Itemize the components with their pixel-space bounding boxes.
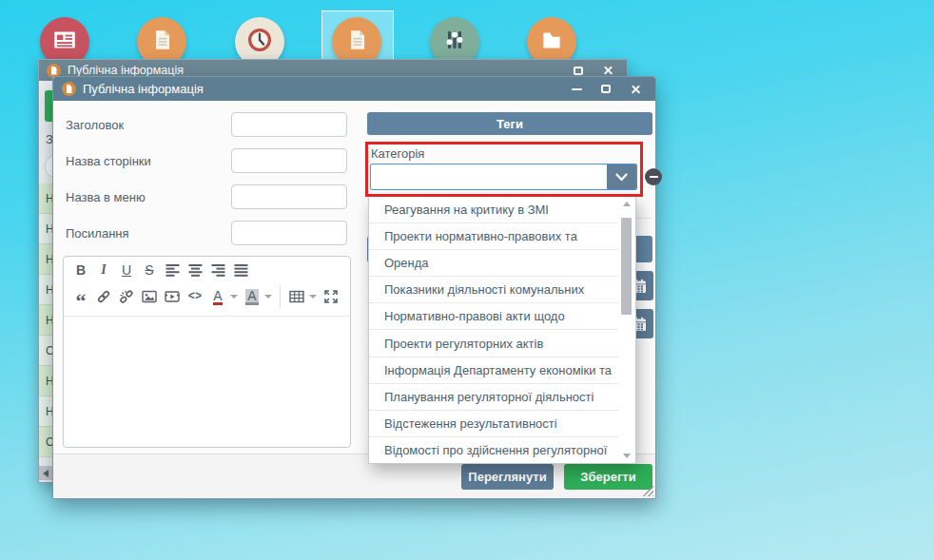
dialog-title: Публічна інформація xyxy=(83,82,204,96)
unlink-button[interactable] xyxy=(115,286,138,307)
dropdown-item[interactable]: Показники діяльності комунальних xyxy=(369,277,618,303)
dropdown-item[interactable]: Інформація Департаменту економіки та xyxy=(369,357,618,384)
category-dropdown-list: Реагування на критику в ЗМІ Проекти норм… xyxy=(368,196,636,464)
document-icon xyxy=(343,27,370,57)
link-icon xyxy=(96,289,111,304)
close-icon xyxy=(631,84,641,94)
text-color-button[interactable]: A xyxy=(206,286,229,307)
background-color-label: A xyxy=(245,289,258,305)
folder-icon xyxy=(538,27,565,57)
maximize-icon xyxy=(574,67,583,75)
image-button[interactable] xyxy=(138,286,161,307)
toolbar-separator xyxy=(280,286,281,307)
document-icon xyxy=(148,27,175,57)
chevron-down-icon[interactable] xyxy=(264,295,272,299)
title-field[interactable] xyxy=(231,112,347,137)
table-button[interactable] xyxy=(285,286,308,307)
preview-button[interactable]: Переглянути xyxy=(461,464,554,490)
dropdown-item[interactable]: Проекти регуляторних актів xyxy=(369,330,618,357)
dropdown-item[interactable]: Відомості про здійснення регуляторної xyxy=(369,437,618,463)
minimize-button[interactable] xyxy=(565,81,588,98)
category-label: Категорія xyxy=(371,146,424,161)
remove-category-button[interactable] xyxy=(645,168,662,185)
scroll-up-icon[interactable] xyxy=(623,202,631,206)
dropdown-scrollbar[interactable] xyxy=(620,199,632,461)
align-justify-button[interactable] xyxy=(229,260,252,280)
code-button[interactable]: <> xyxy=(184,286,206,307)
dropdown-item[interactable]: Проекти нормативно-правових та xyxy=(369,223,618,250)
menu-name-field-label: Назва в меню xyxy=(66,190,146,204)
dropdown-item[interactable]: Оренда xyxy=(369,250,618,277)
align-justify-icon xyxy=(234,264,248,277)
align-center-icon xyxy=(188,264,203,277)
align-right-button[interactable] xyxy=(206,260,229,280)
editor-toolbar-row1: B I U S xyxy=(64,257,350,283)
close-button[interactable] xyxy=(624,81,647,98)
italic-button[interactable]: I xyxy=(92,260,115,280)
clock-icon xyxy=(245,26,274,58)
category-input[interactable] xyxy=(371,164,607,189)
close-icon xyxy=(603,66,613,76)
dialog-titlebar[interactable]: Публічна інформація xyxy=(53,77,655,101)
scrollbar-thumb[interactable] xyxy=(621,218,632,315)
title-field-label: Заголовок xyxy=(66,118,124,132)
align-center-button[interactable] xyxy=(184,260,206,280)
table-icon xyxy=(289,289,304,304)
bold-button[interactable]: B xyxy=(69,260,92,280)
align-right-icon xyxy=(211,264,225,277)
dropdown-item[interactable]: Планування регуляторної діяльності xyxy=(369,384,618,411)
maximize-icon xyxy=(601,85,611,93)
category-combobox xyxy=(370,164,637,190)
scroll-left-icon[interactable] xyxy=(43,470,49,477)
fullscreen-icon xyxy=(323,289,339,304)
page-name-field-label: Назва сторінки xyxy=(66,154,151,168)
video-icon xyxy=(165,289,180,304)
chevron-down-icon[interactable] xyxy=(309,295,317,299)
category-dropdown-button[interactable] xyxy=(607,164,636,189)
document-icon xyxy=(62,82,76,96)
link-field-label: Посилання xyxy=(66,226,129,241)
dropdown-item[interactable]: Нормативно-правові акти щодо xyxy=(369,303,618,330)
editor-toolbar-row2: “ <> A A xyxy=(64,283,350,310)
video-button[interactable] xyxy=(161,286,184,307)
menu-name-field[interactable] xyxy=(231,184,347,209)
page-name-field[interactable] xyxy=(231,148,347,173)
newspaper-icon xyxy=(51,27,78,57)
dropdown-item[interactable]: Реагування на критику в ЗМІ xyxy=(369,197,618,223)
strikethrough-button[interactable]: S xyxy=(138,260,161,280)
editor-content-area[interactable] xyxy=(64,316,350,447)
unlink-icon xyxy=(119,289,134,304)
scroll-down-icon[interactable] xyxy=(623,454,631,458)
underline-button[interactable]: U xyxy=(115,260,138,280)
public-info-dialog: Публічна інформація Заголовок Назва стор… xyxy=(52,76,656,499)
align-left-icon xyxy=(165,264,180,277)
fullscreen-button[interactable] xyxy=(320,286,342,307)
desktop: { "desktop": { "icons": [ {"name": "news… xyxy=(0,0,934,560)
link-field[interactable] xyxy=(231,221,347,245)
blockquote-button[interactable]: “ xyxy=(69,286,92,307)
link-button[interactable] xyxy=(92,286,115,307)
background-window-title: Публічна інформація xyxy=(68,64,184,77)
dropdown-item[interactable]: Відстеження результативності xyxy=(369,411,618,437)
sliders-icon xyxy=(441,27,468,57)
minimize-icon xyxy=(572,88,582,90)
image-icon xyxy=(142,289,157,304)
chevron-down-icon xyxy=(615,173,628,182)
background-color-button[interactable]: A xyxy=(241,286,263,307)
maximize-button[interactable] xyxy=(594,81,617,98)
chevron-down-icon[interactable] xyxy=(230,295,238,299)
save-button[interactable]: Зберегти xyxy=(564,464,652,490)
tags-button[interactable]: Теги xyxy=(367,112,652,135)
rich-text-editor: B I U S “ xyxy=(63,256,351,448)
align-left-button[interactable] xyxy=(161,260,184,280)
minus-icon xyxy=(650,176,658,178)
text-color-label: A xyxy=(213,289,222,305)
